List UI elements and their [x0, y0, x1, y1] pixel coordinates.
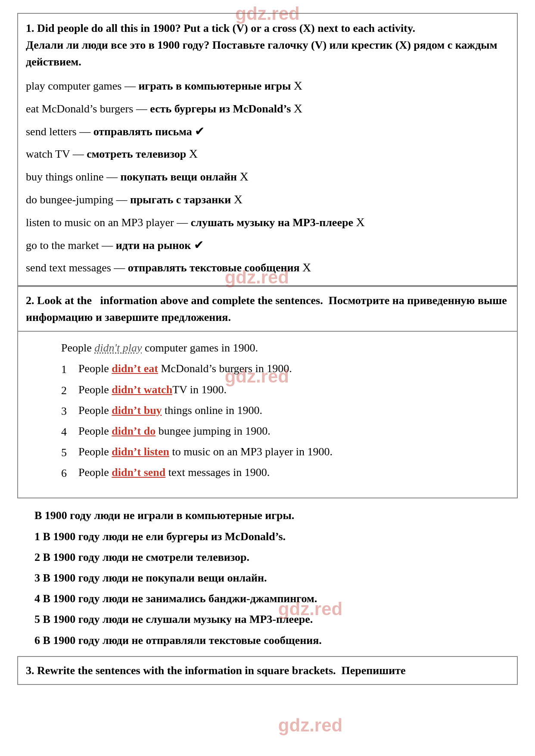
activity-item: do bungee-jumping — прыгать с тарзанки X: [26, 188, 509, 211]
sentence-answer: didn’t do: [112, 425, 156, 437]
sentence-list-item: 6People didn’t send text messages in 190…: [61, 464, 491, 483]
task2-header: 2. Look at the information above and com…: [17, 286, 518, 332]
li-text: People didn’t do bungee jumping in 1900.: [78, 423, 271, 439]
translation-item: 3 В 1900 году люди не покупали вещи онла…: [34, 569, 501, 588]
activity-en: buy things online: [26, 171, 104, 183]
task2-sentences-box: People didn't play computer games in 190…: [17, 332, 518, 498]
activity-mark: ✔: [194, 238, 204, 252]
sentence-answer: didn’t eat: [112, 362, 158, 375]
li-num: 3: [61, 402, 78, 421]
activity-ru: играть в компьютерные игры: [138, 80, 291, 92]
activity-mark: X: [189, 147, 198, 160]
activity-en: do bungee-jumping: [26, 193, 113, 206]
li-num: 2: [61, 381, 78, 400]
watermark-bot: gdz.red: [278, 715, 342, 736]
activity-ru: отправлять письма: [93, 125, 192, 138]
li-num: 1: [61, 360, 78, 379]
sentence-list-item: 2People didn’t watchTV in 1900.: [61, 381, 491, 400]
sentence-answer: didn’t watch: [112, 383, 172, 396]
task1-header-ru: Делали ли люди все это в 1900 году? Пост…: [26, 39, 497, 68]
task3-header-en: 3. Rewrite the sentences with the inform…: [26, 664, 336, 677]
translation-item: В 1900 году люди не играли в компьютерны…: [34, 506, 501, 525]
activity-mark: X: [294, 102, 302, 115]
translation-section: В 1900 году люди не играли в компьютерны…: [17, 498, 518, 656]
example-answer: didn't play: [94, 342, 142, 354]
translation-item: 1 В 1900 году люди не ели бургеры из McD…: [34, 527, 501, 546]
activity-item: eat McDonald’s burgers — есть бургеры из…: [26, 97, 509, 120]
activity-item: buy things online — покупать вещи онлайн…: [26, 165, 509, 188]
activity-ru: смотреть телевизор: [87, 148, 186, 160]
activity-en: play computer games: [26, 80, 121, 92]
activity-ru: отправлять текстовые сообщения: [128, 261, 300, 274]
li-num: 6: [61, 464, 78, 483]
translation-item: 5 В 1900 году люди не слушали музыку на …: [34, 610, 501, 629]
activity-en: listen to music on an MP3 player: [26, 216, 174, 229]
li-text: People didn’t buy things online in 1900.: [78, 402, 262, 419]
activity-mark: X: [302, 261, 311, 274]
li-text: People didn’t listen to music on an MP3 …: [78, 443, 333, 460]
task3-box: 3. Rewrite the sentences with the inform…: [17, 656, 518, 685]
activity-ru: идти на рынок: [116, 239, 191, 252]
activity-ru: покупать вещи онлайн: [121, 171, 237, 183]
activity-item: watch TV — смотреть телевизор X: [26, 143, 509, 165]
sentence-answer: didn’t listen: [112, 445, 169, 458]
activity-en: send letters: [26, 125, 77, 138]
translation-item: 2 В 1900 году люди не смотрели телевизор…: [34, 548, 501, 567]
sentence-example: People didn't play computer games in 190…: [61, 339, 491, 358]
translation-item: 4 В 1900 году люди не занимались банджи-…: [34, 589, 501, 608]
sentence-list-item: 1People didn’t eat McDonald’s burgers in…: [61, 360, 491, 379]
li-num: 5: [61, 443, 78, 462]
li-text: People didn’t send text messages in 1900…: [78, 464, 270, 481]
li-num: 4: [61, 423, 78, 442]
task1-header: 1. Did people do all this in 1900? Put a…: [26, 20, 509, 70]
translation-item: 6 В 1900 году люди не отправляли текстов…: [34, 631, 501, 650]
activity-mark: X: [240, 170, 249, 183]
sentence-list-item: 4People didn’t do bungee jumping in 1900…: [61, 423, 491, 442]
sentence-list-item: 3People didn’t buy things online in 1900…: [61, 402, 491, 421]
activity-mark: X: [356, 215, 364, 229]
activity-item: play computer games — играть в компьютер…: [26, 75, 509, 97]
task3-header-ru: Перепишите: [342, 664, 406, 677]
sentence-answer: didn’t send: [112, 466, 165, 479]
activity-mark: X: [294, 79, 302, 92]
task1-header-en: 1. Did people do all this in 1900? Put a…: [26, 22, 415, 34]
example-before: People: [61, 342, 94, 354]
activity-ru: есть бургеры из McDonald’s: [150, 103, 291, 115]
sentence-list: 1People didn’t eat McDonald’s burgers in…: [61, 360, 491, 483]
activity-item: listen to music on an MP3 player — слуша…: [26, 211, 509, 234]
activity-ru: слушать музыку на МР3-плеере: [191, 216, 353, 229]
activity-mark: ✔: [195, 124, 205, 138]
activity-en: send text messages: [26, 261, 111, 274]
activity-en: go to the market: [26, 239, 99, 252]
activity-ru: прыгать с тарзанки: [130, 193, 231, 206]
sentence-list-item: 5People didn’t listen to music on an MP3…: [61, 443, 491, 462]
example-after: computer games in 1900.: [142, 342, 258, 354]
task2-header-en: 2. Look at the information above and com…: [26, 294, 507, 324]
activity-item: send text messages — отправлять текстовы…: [26, 256, 509, 279]
activity-mark: X: [234, 193, 243, 206]
activity-item: send letters — отправлять письма ✔: [26, 120, 509, 143]
activity-en: eat McDonald’s burgers: [26, 103, 133, 115]
activity-en: watch TV: [26, 148, 70, 160]
task1-box: 1. Did people do all this in 1900? Put a…: [17, 13, 518, 286]
li-text: People didn’t eat McDonald’s burgers in …: [78, 360, 292, 377]
activity-list: play computer games — играть в компьютер…: [26, 70, 509, 279]
activity-item: go to the market — идти на рынок ✔: [26, 234, 509, 257]
li-text: People didn’t watchTV in 1900.: [78, 381, 227, 398]
sentence-answer: didn’t buy: [112, 404, 162, 417]
